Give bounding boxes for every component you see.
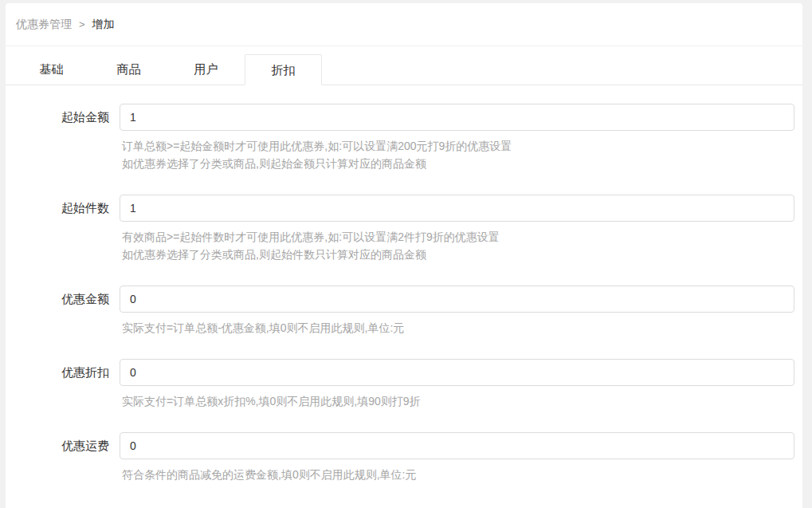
tab-bar: 基础商品用户折扣 [6, 46, 802, 85]
tab-basic[interactable]: 基础 [13, 54, 90, 85]
breadcrumb-current-add: 增加 [92, 18, 115, 32]
discount-amount-help-line: 实际支付=订单总额-优惠金额,填0则不启用此规则,单位:元 [122, 319, 794, 337]
start-count-input[interactable] [120, 195, 794, 222]
tab-goods[interactable]: 商品 [90, 54, 167, 85]
discount-percent-input[interactable] [120, 359, 794, 386]
discount-amount-label: 优惠金额 [6, 286, 109, 313]
discount-amount-help: 实际支付=订单总额-优惠金额,填0则不启用此规则,单位:元 [120, 319, 794, 337]
form-item-discount-amount: 优惠金额实际支付=订单总额-优惠金额,填0则不启用此规则,单位:元 [6, 286, 802, 337]
discount-shipping-input[interactable] [120, 432, 794, 459]
discount-percent-help-line: 实际支付=订单总额x折扣%,填0则不启用此规则,填90则打9折 [122, 392, 794, 410]
discount-percent-label: 优惠折扣 [6, 359, 109, 386]
start-count-help-line: 有效商品>=起始件数时才可使用此优惠券,如:可以设置满2件打9折的优惠设置 [122, 228, 794, 246]
discount-shipping-help-line: 符合条件的商品减免的运费金额,填0则不启用此规则,单位:元 [122, 466, 794, 483]
start-amount-help: 订单总额>=起始金额时才可使用此优惠券,如:可以设置满200元打9折的优惠设置如… [120, 137, 794, 172]
form-item-start-count: 起始件数有效商品>=起始件数时才可使用此优惠券,如:可以设置满2件打9折的优惠设… [6, 195, 802, 263]
breadcrumb: 优惠券管理 > 增加 [6, 3, 802, 46]
tab-user[interactable]: 用户 [167, 54, 245, 85]
content-panel: 优惠券管理 > 增加 基础商品用户折扣 起始金额订单总额>=起始金额时才可使用此… [6, 3, 802, 508]
start-count-help-line: 如优惠券选择了分类或商品,则起始件数只计算对应的商品金额 [122, 246, 794, 263]
tab-discount[interactable]: 折扣 [245, 54, 322, 85]
breadcrumb-coupon-management[interactable]: 优惠券管理 [16, 18, 72, 32]
discount-form: 起始金额订单总额>=起始金额时才可使用此优惠券,如:可以设置满200元打9折的优… [6, 85, 802, 508]
start-count-help: 有效商品>=起始件数时才可使用此优惠券,如:可以设置满2件打9折的优惠设置如优惠… [120, 228, 794, 263]
form-item-start-amount: 起始金额订单总额>=起始金额时才可使用此优惠券,如:可以设置满200元打9折的优… [6, 104, 802, 172]
discount-shipping-help: 符合条件的商品减免的运费金额,填0则不启用此规则,单位:元 [120, 466, 794, 483]
start-amount-label: 起始金额 [6, 104, 109, 131]
form-item-discount-percent: 优惠折扣实际支付=订单总额x折扣%,填0则不启用此规则,填90则打9折 [6, 359, 802, 410]
discount-percent-help: 实际支付=订单总额x折扣%,填0则不启用此规则,填90则打9折 [120, 392, 794, 410]
discount-amount-input[interactable] [120, 286, 794, 313]
breadcrumb-separator-icon: > [79, 18, 85, 30]
start-count-label: 起始件数 [6, 195, 109, 222]
discount-shipping-label: 优惠运费 [6, 432, 109, 459]
start-amount-input[interactable] [120, 104, 794, 131]
start-amount-help-line: 订单总额>=起始金额时才可使用此优惠券,如:可以设置满200元打9折的优惠设置 [122, 137, 794, 155]
start-amount-help-line: 如优惠券选择了分类或商品,则起始金额只计算对应的商品金额 [122, 155, 794, 172]
form-item-discount-shipping: 优惠运费符合条件的商品减免的运费金额,填0则不启用此规则,单位:元 [6, 432, 802, 483]
